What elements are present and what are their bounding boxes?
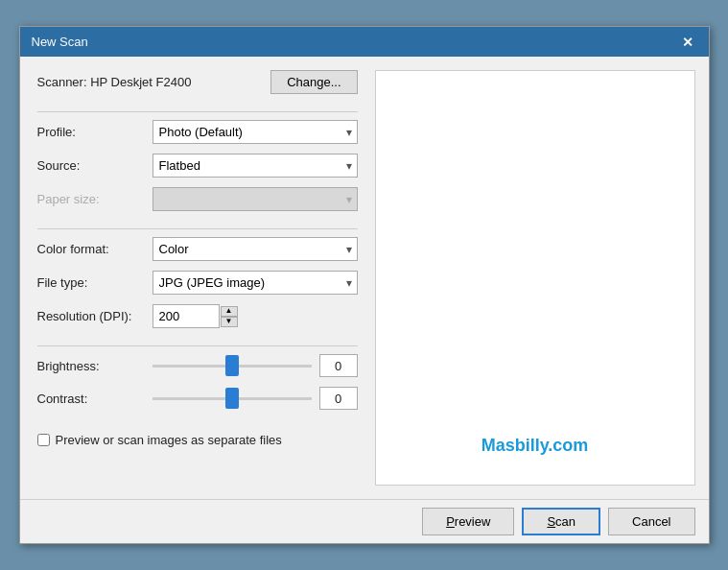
scanner-label: Scanner: HP Deskjet F2400 [37, 75, 192, 89]
paper-size-select-wrapper [153, 187, 358, 211]
contrast-row: Contrast: 0 [37, 387, 358, 410]
file-type-select[interactable]: JPG (JPEG image) BMP (Bitmap image) PNG … [153, 271, 358, 295]
color-format-label: Color format: [37, 242, 153, 256]
contrast-thumb[interactable] [225, 388, 239, 409]
color-format-select[interactable]: Color Grayscale Black and White [153, 237, 358, 261]
paper-size-label: Paper size: [37, 192, 153, 206]
left-panel: Scanner: HP Deskjet F2400 Change... Prof… [20, 57, 375, 499]
brightness-thumb[interactable] [225, 355, 239, 376]
title-bar: New Scan ✕ [20, 27, 709, 57]
profile-select[interactable]: Photo (Default) Documents Custom [153, 120, 358, 144]
resolution-input[interactable]: 200 [153, 304, 220, 328]
source-select[interactable]: Flatbed Feeder (Scan one side) Feeder (S… [153, 154, 358, 178]
brightness-track[interactable] [153, 365, 312, 368]
contrast-label: Contrast: [37, 392, 153, 406]
scanner-row: Scanner: HP Deskjet F2400 Change... [37, 70, 358, 94]
close-button[interactable]: ✕ [678, 36, 697, 49]
resolution-label: Resolution (DPI): [37, 309, 153, 323]
profile-row: Profile: Photo (Default) Documents Custo… [37, 120, 358, 144]
resolution-down-button[interactable]: ▼ [221, 317, 238, 327]
cancel-button[interactable]: Cancel [608, 508, 694, 535]
brightness-slider-wrap: 0 [153, 354, 358, 377]
contrast-slider-wrap: 0 [153, 387, 358, 410]
brightness-row: Brightness: 0 [37, 354, 358, 377]
contrast-value: 0 [319, 387, 358, 410]
color-format-select-wrapper: Color Grayscale Black and White [153, 237, 358, 261]
change-button[interactable]: Change... [270, 70, 357, 94]
brightness-label: Brightness: [37, 359, 153, 373]
resolution-row: Resolution (DPI): 200 ▲ ▼ [37, 304, 358, 328]
profile-label: Profile: [37, 125, 153, 139]
paper-size-select [153, 187, 358, 211]
preview-button[interactable]: Preview [422, 508, 514, 535]
dialog-footer: Preview Scan Cancel [20, 499, 709, 543]
profile-select-wrapper: Photo (Default) Documents Custom [153, 120, 358, 144]
dialog-body: Scanner: HP Deskjet F2400 Change... Prof… [20, 57, 709, 499]
resolution-spinner-buttons: ▲ ▼ [221, 306, 238, 327]
divider-1 [37, 111, 358, 112]
separate-files-checkbox[interactable] [37, 434, 50, 446]
source-label: Source: [37, 158, 153, 173]
scan-underline: Scan [547, 514, 575, 529]
paper-size-row: Paper size: [37, 187, 358, 211]
file-type-select-wrapper: JPG (JPEG image) BMP (Bitmap image) PNG … [153, 271, 358, 295]
preview-area: Masbilly.com [375, 70, 695, 486]
resolution-spinner-wrap: 200 ▲ ▼ [153, 304, 358, 328]
divider-2 [37, 228, 358, 229]
new-scan-dialog: New Scan ✕ Scanner: HP Deskjet F2400 Cha… [19, 26, 710, 544]
color-format-row: Color format: Color Grayscale Black and … [37, 237, 358, 261]
separate-files-label: Preview or scan images as separate files [56, 433, 282, 447]
source-row: Source: Flatbed Feeder (Scan one side) F… [37, 154, 358, 178]
scan-button[interactable]: Scan [522, 508, 600, 535]
file-type-label: File type: [37, 275, 153, 290]
brightness-value: 0 [319, 354, 358, 377]
divider-3 [37, 345, 358, 346]
resolution-up-button[interactable]: ▲ [221, 306, 238, 317]
contrast-track[interactable] [153, 397, 312, 400]
dialog-title: New Scan [32, 35, 88, 49]
separate-files-row: Preview or scan images as separate files [37, 433, 358, 447]
file-type-row: File type: JPG (JPEG image) BMP (Bitmap … [37, 271, 358, 295]
watermark: Masbilly.com [481, 436, 589, 456]
source-select-wrapper: Flatbed Feeder (Scan one side) Feeder (S… [153, 154, 358, 178]
preview-underline: Preview [446, 514, 490, 529]
